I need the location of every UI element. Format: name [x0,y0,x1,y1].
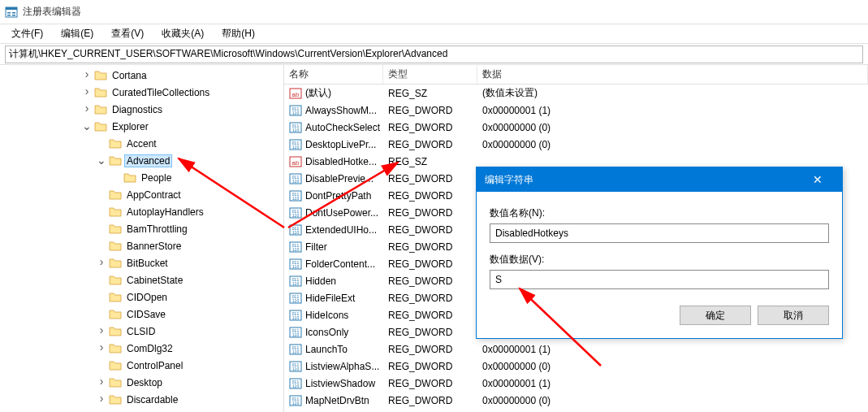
registry-value-row[interactable]: 011110LaunchToREG_DWORD0x00000001 (1) [284,340,868,358]
col-header-name[interactable]: 名称 [284,65,383,84]
menu-favorites[interactable]: 收藏夹(A) [153,25,212,42]
chevron-right-icon[interactable] [96,376,107,388]
tree-pane[interactable]: CortanaCuratedTileCollectionsDiagnostics… [0,65,284,412]
chevron-right-icon[interactable] [96,342,107,354]
tree-item-cidsave[interactable]: CIDSave [81,306,283,323]
svg-text:110: 110 [292,213,300,218]
svg-rect-4 [12,12,15,14]
dword-value-icon: 011110 [289,275,302,288]
menu-file[interactable]: 文件(F) [3,25,51,42]
svg-text:110: 110 [292,298,300,303]
tree-item-controlpanel[interactable]: ControlPanel [81,357,283,374]
edit-string-dialog: 编辑字符串 ✕ 数值名称(N): 数值数据(V): 确定 取消 [476,167,843,339]
value-data: 0x00000001 (1) [477,105,868,116]
value-type: REG_DWORD [383,293,477,304]
chevron-right-icon[interactable] [81,103,93,115]
value-data-input[interactable] [490,270,829,289]
registry-value-row[interactable]: 011110ListviewShadowREG_DWORD0x00000001 … [284,375,868,392]
tree-item-featureusage[interactable]: FeatureUsage [81,408,283,412]
registry-value-row[interactable]: 011110AutoCheckSelectREG_DWORD0x00000000… [284,119,868,136]
value-type: REG_DWORD [383,327,477,338]
tree-item-desktop[interactable]: Desktop [81,374,283,391]
tree-label: Cortana [110,70,149,81]
value-name: DontUsePower... [305,207,378,219]
tree-item-appcontract[interactable]: AppContract [81,186,283,203]
value-data: 0x00000000 (0) [477,361,868,372]
menu-help[interactable]: 帮助(H) [214,25,263,42]
value-type: REG_DWORD [383,310,477,321]
value-type: REG_DWORD [383,395,477,406]
value-name: DesktopLivePr... [305,139,376,150]
tree-item-bamthrottling[interactable]: BamThrottling [81,220,283,237]
tree-item-accent[interactable]: Accent [81,135,283,152]
tree-item-cidopen[interactable]: CIDOpen [81,288,283,306]
tree-label: AppContract [125,189,183,201]
value-name-input[interactable] [490,223,829,243]
chevron-down-icon[interactable] [96,155,107,167]
folder-icon [109,274,122,287]
value-type: REG_DWORD [383,105,477,116]
tree-label: Accent [125,138,158,150]
value-name: FolderContent... [305,258,375,270]
registry-value-row[interactable]: 011110ListviewAlphaS...REG_DWORD0x000000… [284,358,868,375]
tree-item-clsid[interactable]: CLSID [81,323,283,340]
folder-icon [109,206,122,219]
folder-icon [109,154,122,167]
tree-item-autoplayhandlers[interactable]: AutoplayHandlers [81,203,283,220]
app-icon [5,6,18,19]
menubar: 文件(F) 编辑(E) 查看(V) 收藏夹(A) 帮助(H) [0,24,868,44]
dword-value-icon: 011110 [289,258,302,271]
close-icon[interactable]: ✕ [801,173,834,186]
folder-icon [109,376,122,389]
tree-item-diagnostics[interactable]: Diagnostics [81,101,283,118]
cancel-button[interactable]: 取消 [758,306,829,325]
tree-item-advanced[interactable]: Advanced [81,152,283,169]
chevron-down-icon[interactable] [81,121,93,132]
address-path-text: 计算机\HKEY_CURRENT_USER\SOFTWARE\Microsoft… [9,47,447,61]
registry-value-row[interactable]: 011110AlwaysShowM...REG_DWORD0x00000001 … [284,102,868,119]
registry-value-row[interactable]: 011110MapNetDrvBtnREG_DWORD0x00000000 (0… [284,392,868,409]
menu-edit[interactable]: 编辑(E) [53,25,101,42]
tree-item-people[interactable]: People [81,169,283,186]
list-header: 名称 类型 数据 [284,65,868,85]
chevron-right-icon[interactable] [96,257,107,269]
value-name: DisablePrevie... [305,173,374,184]
tree-item-curatedtilecollections[interactable]: CuratedTileCollections [81,84,283,101]
registry-value-row[interactable]: ab(默认)REG_SZ(数值未设置) [284,85,868,102]
svg-text:110: 110 [292,384,300,388]
col-header-data[interactable]: 数据 [477,65,868,84]
tree-item-cabinetstate[interactable]: CabinetState [81,271,283,288]
dword-value-icon: 011110 [289,292,302,305]
value-name: IconsOnly [305,327,348,338]
tree-item-comdlg32[interactable]: ComDlg32 [81,340,283,357]
dword-value-icon: 011110 [289,309,302,322]
chevron-right-icon[interactable] [96,325,107,337]
folder-icon [109,137,122,150]
value-type: REG_DWORD [383,207,477,219]
value-type: REG_DWORD [383,344,477,355]
menu-view[interactable]: 查看(V) [103,25,152,42]
chevron-right-icon[interactable] [96,393,107,405]
value-data: 0x00000001 (1) [477,378,868,389]
dialog-title-text: 编辑字符串 [485,173,533,187]
value-type: REG_SZ [383,156,477,167]
dialog-titlebar[interactable]: 编辑字符串 ✕ [477,167,842,192]
dword-value-icon: 011110 [289,377,302,390]
chevron-right-icon[interactable] [81,86,93,98]
tree-label: AutoplayHandlers [125,206,205,218]
folder-icon [109,342,122,355]
value-type: REG_DWORD [383,173,477,184]
tree-item-explorer[interactable]: Explorer [81,118,283,135]
tree-item-bitbucket[interactable]: BitBucket [81,254,283,271]
folder-icon [109,308,122,321]
chevron-right-icon[interactable] [81,69,93,81]
dword-value-icon: 011110 [289,394,302,407]
tree-item-discardable[interactable]: Discardable [81,391,283,408]
tree-item-cortana[interactable]: Cortana [81,67,283,84]
value-name-label: 数值名称(N): [490,206,829,220]
address-path[interactable]: 计算机\HKEY_CURRENT_USER\SOFTWARE\Microsoft… [5,46,863,63]
col-header-type[interactable]: 类型 [383,65,477,84]
ok-button[interactable]: 确定 [680,306,751,325]
tree-item-bannerstore[interactable]: BannerStore [81,237,283,254]
registry-value-row[interactable]: 011110DesktopLivePr...REG_DWORD0x0000000… [284,136,868,153]
